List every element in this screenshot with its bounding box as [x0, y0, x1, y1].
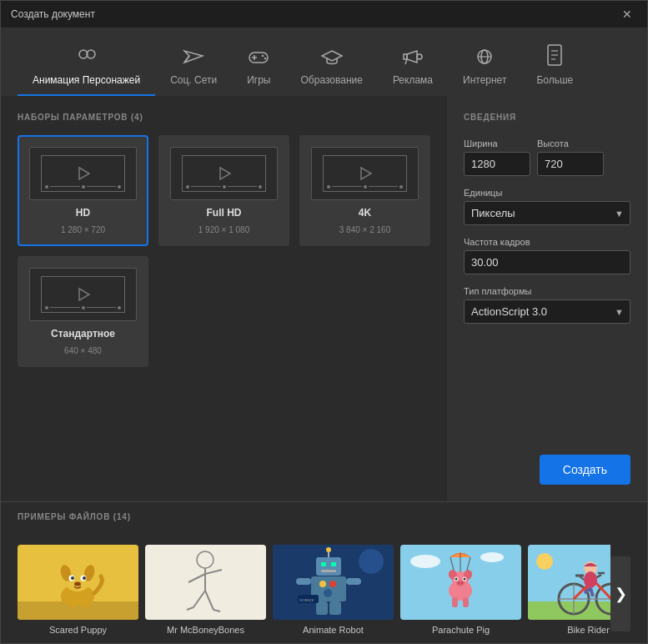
width-group: Ширина: [464, 138, 530, 176]
tab-icon-web: [474, 48, 495, 69]
tab-more[interactable]: Больше: [521, 38, 588, 96]
svg-rect-59: [346, 578, 361, 585]
fps-input[interactable]: [464, 250, 630, 274]
preset-size-hd: 1 280 × 720: [61, 225, 105, 234]
example-thumb-bike: [528, 545, 610, 620]
tab-animation[interactable]: Анимация Персонажей: [18, 41, 155, 96]
dialog-title: Создать документ: [11, 8, 95, 20]
dot: [45, 185, 48, 189]
svg-marker-21: [220, 168, 230, 179]
example-card-robot[interactable]: SCIENCE Animate Robot: [273, 545, 394, 643]
fps-group: Частота кадров: [464, 237, 630, 274]
preset-size-4k: 3 840 × 2 160: [339, 225, 390, 234]
svg-rect-52: [331, 562, 336, 566]
scroll-right-button[interactable]: ❯: [610, 556, 630, 631]
tab-icon-games: [247, 48, 270, 69]
example-card-bike[interactable]: Bike Rider: [528, 545, 610, 643]
tab-label-more: Больше: [536, 74, 573, 86]
dot: [327, 185, 330, 189]
example-name-puppy: Scared Puppy: [18, 625, 138, 635]
example-thumb-bones: [145, 545, 266, 620]
platform-group: Тип платформы ActionScript 3.0 HTML5 Can…: [464, 286, 630, 324]
svg-rect-36: [76, 605, 83, 618]
dimensions-row: Ширина Высота: [464, 138, 630, 176]
right-panel: СВЕДЕНИЯ Ширина Высота Единицы Пикселы Д…: [447, 96, 647, 501]
preset-card-4k[interactable]: 4K 3 840 × 2 160: [299, 135, 430, 246]
tab-ads[interactable]: Реклама: [378, 41, 448, 96]
create-button[interactable]: Создать: [540, 455, 630, 485]
example-card-bones[interactable]: Mr McBoneyBones: [145, 545, 266, 643]
timeline-standard: [45, 305, 122, 310]
preset-card-standard[interactable]: Стандартное 640 × 480: [18, 256, 148, 367]
height-group: Высота: [537, 138, 604, 176]
svg-point-75: [456, 581, 465, 586]
preset-thumb-hd: [29, 147, 137, 200]
timeline-line: [191, 186, 221, 187]
svg-marker-2: [184, 51, 203, 63]
dot: [399, 185, 403, 189]
presets-section-label: НАБОРЫ ПАРАМЕТРОВ (4): [18, 113, 430, 122]
tab-label-social: Соц. Сети: [170, 74, 217, 86]
example-name-pig: Parachute Pig: [400, 625, 521, 635]
svg-point-77: [461, 582, 463, 584]
example-card-pig[interactable]: Parachute Pig: [400, 545, 521, 643]
preset-thumb-4k: [311, 147, 419, 200]
svg-point-81: [536, 553, 553, 570]
timeline-line: [50, 307, 80, 308]
presets-grid: HD 1 280 × 720 Full HD 1 920 × 1 080: [18, 135, 430, 367]
dot: [364, 185, 367, 189]
width-label: Ширина: [464, 138, 530, 148]
tab-icon-animation: [75, 48, 98, 69]
svg-point-12: [417, 54, 422, 59]
settings-label: СВЕДЕНИЯ: [464, 113, 630, 122]
preset-card-fullhd[interactable]: Full HD 1 920 × 1 080: [158, 135, 289, 246]
example-name-robot: Animate Robot: [273, 625, 394, 635]
timeline-line: [228, 186, 258, 187]
svg-marker-10: [407, 51, 417, 63]
preset-thumb-standard: [29, 268, 137, 321]
platform-select[interactable]: ActionScript 3.0 HTML5 Canvas WebGL: [464, 299, 630, 324]
timeline-line: [369, 186, 399, 187]
title-bar: Создать документ ✕: [1, 1, 647, 28]
preset-inner-hd: [41, 155, 126, 191]
tab-label-animation: Анимация Персонажей: [33, 74, 140, 86]
examples-section: ПРИМЕРЫ ФАЙЛОВ (14) Scared Puppy: [1, 501, 647, 643]
preset-thumb-fullhd: [170, 147, 278, 200]
tab-games[interactable]: Игры: [232, 41, 285, 96]
preset-card-hd[interactable]: HD 1 280 × 720: [18, 135, 148, 246]
svg-point-7: [262, 55, 264, 57]
tab-icon-social: [183, 48, 204, 69]
svg-point-34: [74, 582, 81, 586]
svg-point-50: [326, 547, 331, 552]
dot: [45, 306, 48, 309]
svg-marker-23: [79, 289, 89, 300]
tab-icon-education: [320, 48, 344, 69]
svg-point-57: [324, 589, 332, 597]
svg-text:SCIENCE: SCIENCE: [299, 598, 314, 602]
svg-rect-35: [64, 605, 71, 618]
svg-point-55: [319, 581, 326, 587]
close-button[interactable]: ✕: [617, 4, 637, 24]
tab-social[interactable]: Соц. Сети: [155, 41, 232, 96]
preset-size-fullhd: 1 920 × 1 080: [198, 225, 249, 234]
main-area: НАБОРЫ ПАРАМЕТРОВ (4) HD 1 280 × 720: [1, 96, 647, 501]
tabs-section: Анимация ПерсонажейСоц. СетиИгрыОбразова…: [1, 28, 647, 96]
left-panel: НАБОРЫ ПАРАМЕТРОВ (4) HD 1 280 × 720: [1, 96, 447, 501]
width-input[interactable]: [464, 152, 530, 176]
svg-rect-78: [452, 597, 458, 607]
height-label: Высота: [537, 138, 604, 148]
preset-name-4k: 4K: [359, 207, 371, 219]
units-select[interactable]: Пикселы Дюймы Сантиметры: [464, 201, 630, 225]
svg-point-32: [71, 576, 74, 580]
svg-marker-9: [322, 51, 342, 61]
svg-point-73: [455, 578, 458, 581]
svg-rect-51: [321, 562, 326, 566]
preset-name-standard: Стандартное: [51, 328, 115, 340]
examples-grid: Scared Puppy Mr McBoneyBones: [18, 545, 610, 643]
example-card-puppy[interactable]: Scared Puppy: [18, 545, 138, 643]
tab-education[interactable]: Образование: [286, 41, 378, 96]
dot: [223, 185, 226, 189]
height-input[interactable]: [537, 152, 604, 176]
example-thumb-puppy: [18, 545, 138, 620]
tab-web[interactable]: Интернет: [448, 41, 521, 96]
